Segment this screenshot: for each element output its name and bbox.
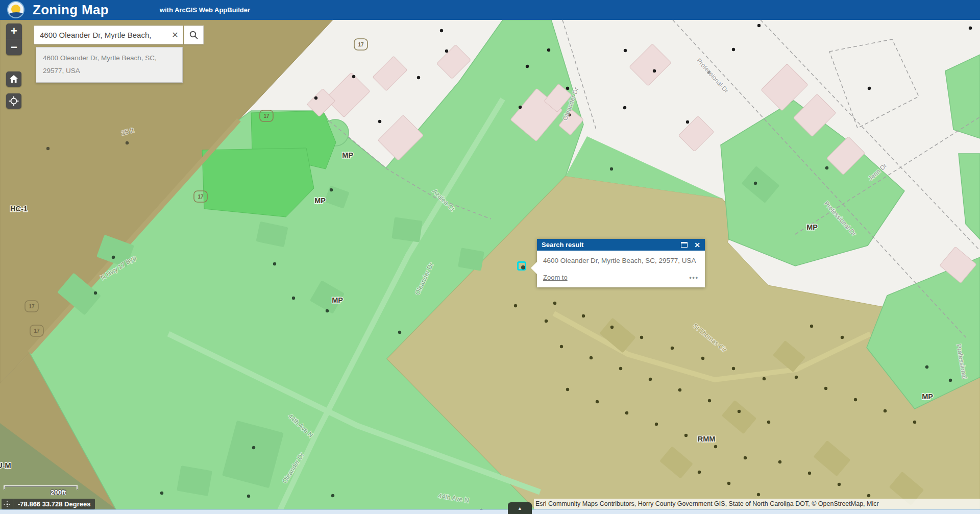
parcel-point [714, 445, 717, 448]
parcel-point [655, 423, 658, 426]
parcel-point [445, 50, 448, 53]
parcel-point [126, 141, 129, 144]
svg-text:17: 17 [34, 328, 40, 334]
parcel-point [640, 336, 643, 339]
zone-label: RMM [698, 435, 716, 443]
parcel-point [671, 347, 674, 350]
parcel-point [867, 494, 870, 497]
parcel-point [112, 256, 115, 259]
parcel-point [545, 320, 548, 323]
search-button[interactable] [184, 26, 204, 44]
locate-button[interactable] [6, 93, 21, 109]
building [177, 466, 212, 496]
parcel-point [678, 388, 681, 391]
svg-text:17: 17 [198, 194, 204, 200]
search-result-popup: Search result ✕ 4600 Oleander Dr, Myrtle… [537, 239, 705, 287]
parcel-point [884, 409, 887, 412]
parcel-point [331, 494, 334, 497]
parcel-point [247, 495, 250, 498]
parcel-point [326, 309, 329, 312]
parcel-point [582, 314, 585, 317]
parcel-point [440, 29, 443, 32]
parcel-point [824, 387, 827, 390]
parcel-point [590, 356, 593, 359]
popup-footer: Zoom to ••• [543, 274, 699, 281]
home-button[interactable] [6, 71, 21, 87]
zoom-out-button[interactable]: − [6, 39, 22, 55]
crosshair-icon [4, 501, 11, 508]
popup-close-icon[interactable]: ✕ [694, 241, 700, 249]
parcel-point [596, 400, 599, 403]
parcel-point [757, 24, 761, 27]
parcel-point [610, 326, 614, 329]
parcel-point [553, 302, 556, 305]
parcel-point [825, 166, 828, 169]
parcel-point [94, 291, 97, 295]
parcel-point [854, 398, 857, 401]
svg-text:17: 17 [358, 42, 364, 47]
parcel-point [701, 357, 704, 360]
map-attribution: Esri Community Maps Contributors, Horry … [534, 499, 980, 509]
parcel-point [727, 482, 730, 485]
logo-sea [7, 12, 24, 18]
search-result-marker[interactable] [517, 261, 526, 271]
parcel-point [519, 106, 522, 109]
parcel-point [754, 182, 757, 185]
parcel-point [698, 471, 701, 474]
parcel-point [913, 421, 916, 424]
parcel-point [330, 188, 333, 191]
popup-pointer [531, 261, 537, 275]
parcel-point [624, 49, 627, 52]
parcel-point [610, 167, 613, 170]
search-clear-icon[interactable]: ✕ [167, 30, 183, 40]
parcel-point [757, 493, 760, 496]
popup-maximize-icon[interactable] [681, 242, 688, 248]
building [391, 217, 422, 242]
search-suggestions: 4600 Oleander Dr, Myrtle Beach, SC, 2957… [36, 47, 183, 83]
parcel-point [778, 460, 781, 463]
search-icon [189, 30, 199, 40]
parcel-point [619, 367, 622, 370]
zoom-in-button[interactable]: + [6, 23, 22, 39]
map-canvas[interactable]: 1717171717 HC-1MPMPMPMPMPRMMU-MOleander … [0, 20, 980, 514]
svg-text:17: 17 [263, 113, 270, 119]
popup-title: Search result [542, 241, 681, 249]
parcel-point [868, 87, 871, 90]
parcel-point [708, 399, 711, 402]
parcel-point [744, 456, 747, 459]
coordinate-tracker-button[interactable] [2, 499, 13, 509]
popup-body: 4600 Oleander Dr, Myrtle Beach, SC, 2957… [537, 251, 705, 287]
zoning-map-app: Zoning Map with ArcGIS Web AppBuilder [0, 0, 980, 514]
page-subtitle: with ArcGIS Web AppBuilder [160, 6, 250, 14]
scale-bar-label: 200ft [51, 488, 66, 496]
search-input[interactable] [34, 31, 167, 39]
parcel-point [46, 147, 50, 150]
parcel-point [808, 472, 811, 475]
parcel-point [795, 376, 798, 379]
zoom-to-link[interactable]: Zoom to [543, 274, 568, 281]
parcel-point [969, 27, 972, 30]
parcel-point [547, 48, 550, 52]
parcel-point [514, 304, 517, 307]
zone-label: U-M [0, 461, 11, 470]
zoom-control: + − [6, 23, 22, 55]
zone-label: HC-1 [10, 205, 28, 213]
parcel-point [273, 262, 276, 265]
app-header: Zoning Map with ArcGIS Web AppBuilder [0, 0, 980, 20]
zone-polygons [0, 20, 980, 514]
parcel-point [566, 388, 569, 391]
popup-more-button[interactable]: ••• [689, 274, 699, 281]
attribute-panel-toggle-button[interactable]: ▲ [508, 502, 532, 514]
svg-text:17: 17 [29, 304, 35, 309]
parcel-point [625, 411, 628, 414]
parcel-point [684, 434, 688, 437]
parcel-point [314, 96, 317, 100]
coordinate-widget: -78.866 33.728 Degrees [2, 499, 95, 509]
suggestion-item[interactable]: 4600 Oleander Dr, Myrtle Beach, SC, 2957… [36, 47, 170, 82]
parcel-point [949, 379, 952, 382]
parcel-point [763, 377, 766, 380]
parcel-point [398, 331, 401, 334]
parcel-point [526, 65, 529, 68]
parcel-point [686, 120, 689, 124]
parcel-point [417, 76, 420, 79]
